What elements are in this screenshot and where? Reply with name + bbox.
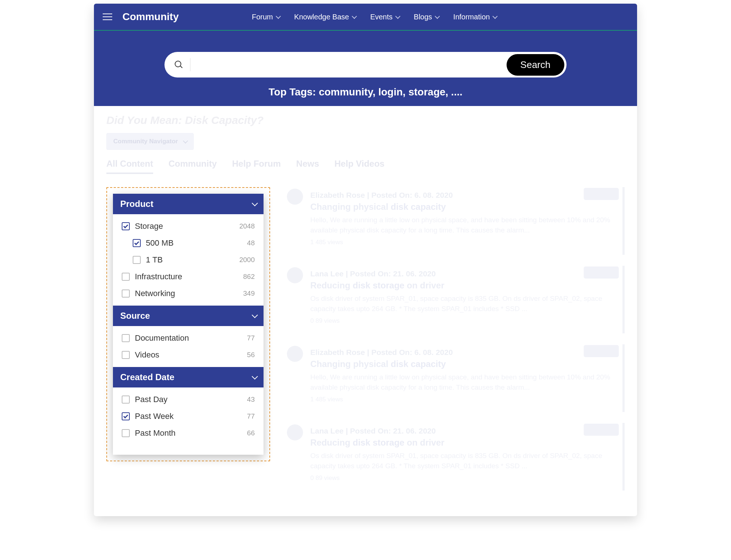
facet-count: 56 bbox=[247, 351, 255, 359]
chevron-down-icon bbox=[395, 14, 400, 19]
facet-header-product[interactable]: Product bbox=[113, 194, 264, 214]
result-snippet: Hello, We are running a little low on ph… bbox=[310, 215, 619, 235]
facet-label: Past Week bbox=[135, 412, 174, 421]
nav-label: Forum bbox=[252, 13, 273, 21]
result-footer: 0 89 views bbox=[310, 474, 619, 482]
result-snippet: Os disk driver of system SPAR_01, space … bbox=[310, 294, 619, 314]
search-icon bbox=[175, 61, 183, 69]
nav-item-knowledge-base[interactable]: Knowledge Base bbox=[294, 13, 356, 21]
result-meta: Elizabeth Rose | Posted On: 6. 08. 2020 bbox=[310, 191, 619, 200]
facet-label: Past Day bbox=[135, 395, 167, 404]
tab-community[interactable]: Community bbox=[168, 159, 217, 174]
facet-count: 2000 bbox=[239, 256, 255, 264]
facet-item-videos[interactable]: Videos 56 bbox=[113, 347, 264, 363]
result-item[interactable]: Forum Elizabeth Rose | Posted On: 6. 08.… bbox=[285, 187, 625, 255]
facet-body-created-date: Past Day 43 Past Week 77 bbox=[113, 387, 264, 445]
facet-highlight-box: Product Storage 2048 bbox=[106, 187, 270, 461]
facet-label: 1 TB bbox=[146, 255, 163, 265]
result-badge: Forum bbox=[584, 424, 619, 436]
nav-item-forum[interactable]: Forum bbox=[252, 13, 280, 21]
result-snippet: Os disk driver of system SPAR_01, space … bbox=[310, 451, 619, 471]
result-meta: Elizabeth Rose | Posted On: 6. 08. 2020 bbox=[310, 348, 619, 357]
results-list: Forum Elizabeth Rose | Posted On: 6. 08.… bbox=[285, 187, 625, 502]
nav-item-blogs[interactable]: Blogs bbox=[414, 13, 439, 21]
avatar bbox=[287, 346, 303, 362]
facet-label: Infrastructure bbox=[135, 272, 182, 281]
checkbox-icon bbox=[122, 429, 130, 437]
chevron-down-icon bbox=[252, 373, 258, 379]
facet-label: Videos bbox=[135, 350, 159, 360]
facet-item-infrastructure[interactable]: Infrastructure 862 bbox=[113, 268, 264, 285]
facet-item-1tb[interactable]: 1 TB 2000 bbox=[113, 251, 264, 268]
tab-all-content[interactable]: All Content bbox=[106, 159, 153, 174]
result-badge: Forum bbox=[584, 266, 619, 279]
chevron-down-icon bbox=[352, 14, 357, 19]
checkbox-icon bbox=[122, 273, 130, 281]
facet-item-500mb[interactable]: 500 MB 48 bbox=[113, 235, 264, 251]
facet-item-networking[interactable]: Networking 349 bbox=[113, 285, 264, 302]
facet-count: 48 bbox=[247, 239, 255, 247]
chevron-down-icon bbox=[252, 200, 258, 206]
facet-panel: Product Storage 2048 bbox=[113, 194, 264, 455]
result-tabs: All Content Community Help Forum News He… bbox=[106, 159, 625, 174]
facet-body-product: Storage 2048 500 MB 48 bbox=[113, 214, 264, 306]
result-item[interactable]: Forum Elizabeth Rose | Posted On: 6. 08.… bbox=[285, 344, 625, 412]
facet-item-past-day[interactable]: Past Day 43 bbox=[113, 391, 264, 408]
avatar bbox=[287, 189, 303, 205]
checkbox-icon bbox=[122, 290, 130, 298]
facet-item-documentation[interactable]: Documentation 77 bbox=[113, 330, 264, 347]
result-meta: Lana Lee | Posted On: 21. 06. 2020 bbox=[310, 427, 619, 435]
checkbox-icon bbox=[133, 256, 141, 264]
search-bar: Search bbox=[164, 52, 567, 77]
nav-label: Knowledge Base bbox=[294, 13, 349, 21]
nav-label: Information bbox=[453, 13, 490, 21]
tab-news[interactable]: News bbox=[296, 159, 319, 174]
content-area: Did You Mean: Disk Capacity? Community N… bbox=[94, 106, 637, 516]
result-title: Reducing disk storage on driver bbox=[310, 280, 619, 291]
facet-header-created-date[interactable]: Created Date bbox=[113, 367, 264, 387]
app-window: Community Forum Knowledge Base Events Bl… bbox=[94, 4, 637, 516]
did-you-mean-suggestion[interactable]: Did You Mean: Disk Capacity? bbox=[106, 114, 625, 126]
divider bbox=[190, 58, 190, 71]
result-footer: 1 485 views bbox=[310, 239, 619, 246]
search-button[interactable]: Search bbox=[507, 54, 564, 76]
nav-item-events[interactable]: Events bbox=[370, 13, 399, 21]
chevron-down-icon bbox=[276, 14, 281, 19]
community-navigator-label: Community Navigator bbox=[113, 138, 178, 145]
facet-item-past-week[interactable]: Past Week 77 bbox=[113, 408, 264, 425]
hamburger-icon[interactable] bbox=[103, 14, 112, 20]
result-badge: Forum bbox=[584, 188, 619, 200]
facet-count: 2048 bbox=[239, 222, 255, 230]
facet-item-past-month[interactable]: Past Month 66 bbox=[113, 425, 264, 442]
avatar bbox=[287, 424, 303, 440]
search-hero: Search Top Tags: community, login, stora… bbox=[94, 31, 637, 106]
facet-count: 77 bbox=[247, 412, 255, 420]
result-item[interactable]: Forum Lana Lee | Posted On: 21. 06. 2020… bbox=[285, 423, 625, 491]
search-input[interactable] bbox=[197, 60, 507, 69]
facet-title: Product bbox=[120, 199, 154, 209]
checkbox-checked-icon bbox=[133, 239, 141, 247]
facet-item-storage[interactable]: Storage 2048 bbox=[113, 218, 264, 235]
nav-item-information[interactable]: Information bbox=[453, 13, 496, 21]
result-title: Reducing disk storage on driver bbox=[310, 438, 619, 448]
facet-count: 66 bbox=[247, 429, 255, 437]
avatar bbox=[287, 267, 303, 283]
facet-label: Past Month bbox=[135, 428, 175, 438]
checkbox-icon bbox=[122, 396, 130, 404]
facet-header-source[interactable]: Source bbox=[113, 306, 264, 326]
community-navigator-dropdown[interactable]: Community Navigator bbox=[106, 133, 194, 150]
result-title: Changing physical disk capacity bbox=[310, 202, 619, 212]
checkbox-checked-icon bbox=[122, 222, 130, 230]
result-item[interactable]: Forum Lana Lee | Posted On: 21. 06. 2020… bbox=[285, 266, 625, 333]
facet-count: 862 bbox=[243, 273, 255, 281]
result-title: Changing physical disk capacity bbox=[310, 359, 619, 369]
nav-label: Events bbox=[370, 13, 393, 21]
tab-help-videos[interactable]: Help Videos bbox=[334, 159, 385, 174]
facet-label: Storage bbox=[135, 222, 163, 231]
result-snippet: Hello, We are running a little low on ph… bbox=[310, 372, 619, 392]
result-badge: Forum bbox=[584, 345, 619, 357]
facet-label: Networking bbox=[135, 289, 175, 298]
result-meta: Lana Lee | Posted On: 21. 06. 2020 bbox=[310, 269, 619, 278]
checkbox-icon bbox=[122, 351, 130, 359]
tab-help-forum[interactable]: Help Forum bbox=[232, 159, 281, 174]
